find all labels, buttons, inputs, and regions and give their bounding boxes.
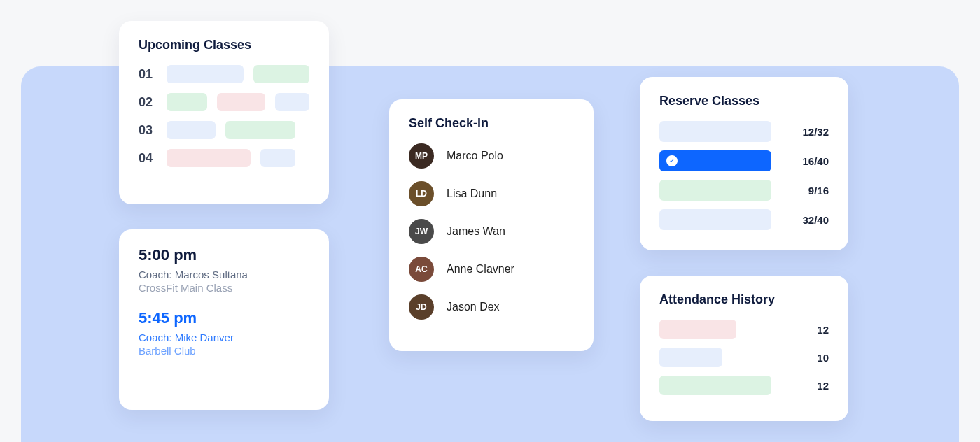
avatar: JW <box>409 219 434 244</box>
attendance-row[interactable]: 12 <box>659 320 829 339</box>
class-coach: Coach: Marcos Sultana <box>139 269 309 280</box>
checkin-person-name: Jason Dex <box>447 301 500 313</box>
reserve-row[interactable]: 16/40 <box>659 150 829 171</box>
attendance-count: 10 <box>817 352 829 364</box>
schedule-block <box>253 65 309 83</box>
checkin-person-row[interactable]: JWJames Wan <box>409 219 574 244</box>
attendance-bar <box>659 320 736 339</box>
upcoming-classes-card: Upcoming Classes 01020304 <box>119 21 329 204</box>
reserve-capacity: 16/40 <box>802 155 829 167</box>
attendance-row[interactable]: 10 <box>659 348 829 367</box>
checkin-person-row[interactable]: LDLisa Dunn <box>409 181 574 206</box>
reserve-capacity: 9/16 <box>808 185 829 197</box>
avatar: MP <box>409 143 434 169</box>
schedule-block <box>225 121 295 139</box>
upcoming-row[interactable]: 01 <box>139 65 309 83</box>
schedule-block <box>167 149 251 167</box>
reserve-capacity: 12/32 <box>802 126 829 138</box>
class-name: Barbell Club <box>139 345 309 357</box>
checkin-person-name: Lisa Dunn <box>447 187 497 200</box>
reserve-classes-title: Reserve Classes <box>659 94 829 108</box>
schedule-block <box>217 93 265 111</box>
reserve-bar <box>659 180 771 201</box>
checkin-person-row[interactable]: JDJason Dex <box>409 294 574 320</box>
upcoming-row-number: 03 <box>139 123 157 138</box>
reserve-capacity: 32/40 <box>802 214 829 226</box>
class-time: 5:00 pm <box>139 246 309 264</box>
checkin-person-name: Marco Polo <box>447 150 503 162</box>
attendance-history-card: Attendance History 121012 <box>640 276 848 421</box>
upcoming-row-number: 02 <box>139 95 157 110</box>
schedule-block <box>275 93 309 111</box>
class-detail-card: 5:00 pm Coach: Marcos Sultana CrossFit M… <box>119 229 329 410</box>
attendance-bar <box>659 376 771 395</box>
reserve-row[interactable]: 32/40 <box>659 209 829 230</box>
avatar: JD <box>409 294 434 320</box>
class-time: 5:45 pm <box>139 309 309 327</box>
reserve-bar-selected <box>659 150 771 171</box>
attendance-history-title: Attendance History <box>659 292 829 307</box>
schedule-block <box>167 93 208 111</box>
self-checkin-card: Self Check-in MPMarco PoloLDLisa DunnJWJ… <box>389 99 594 351</box>
avatar: AC <box>409 257 434 282</box>
class-name: CrossFit Main Class <box>139 282 309 294</box>
upcoming-row-number: 04 <box>139 151 157 166</box>
upcoming-row[interactable]: 02 <box>139 93 309 111</box>
upcoming-row[interactable]: 03 <box>139 121 309 139</box>
class-slot-active[interactable]: 5:45 pm Coach: Mike Danver Barbell Club <box>139 309 309 357</box>
class-coach: Coach: Mike Danver <box>139 332 309 343</box>
checkin-person-name: Anne Clavner <box>447 263 514 276</box>
schedule-block <box>260 149 295 167</box>
class-slot[interactable]: 5:00 pm Coach: Marcos Sultana CrossFit M… <box>139 246 309 294</box>
reserve-bar <box>659 209 771 230</box>
upcoming-row[interactable]: 04 <box>139 149 309 167</box>
reserve-row[interactable]: 9/16 <box>659 180 829 201</box>
attendance-count: 12 <box>817 380 829 392</box>
upcoming-classes-title: Upcoming Classes <box>139 38 309 52</box>
checkin-person-name: James Wan <box>447 225 505 238</box>
checkin-person-row[interactable]: ACAnne Clavner <box>409 257 574 282</box>
schedule-block <box>167 121 216 139</box>
avatar: LD <box>409 181 434 206</box>
attendance-bar <box>659 348 722 367</box>
schedule-block <box>167 65 244 83</box>
attendance-row[interactable]: 12 <box>659 376 829 395</box>
checkin-person-row[interactable]: MPMarco Polo <box>409 143 574 169</box>
attendance-count: 12 <box>817 324 829 336</box>
upcoming-row-number: 01 <box>139 67 157 82</box>
check-icon <box>666 155 678 166</box>
reserve-bar <box>659 121 771 142</box>
self-checkin-title: Self Check-in <box>409 116 574 131</box>
reserve-classes-card: Reserve Classes 12/3216/409/1632/40 <box>640 77 848 250</box>
reserve-row[interactable]: 12/32 <box>659 121 829 142</box>
